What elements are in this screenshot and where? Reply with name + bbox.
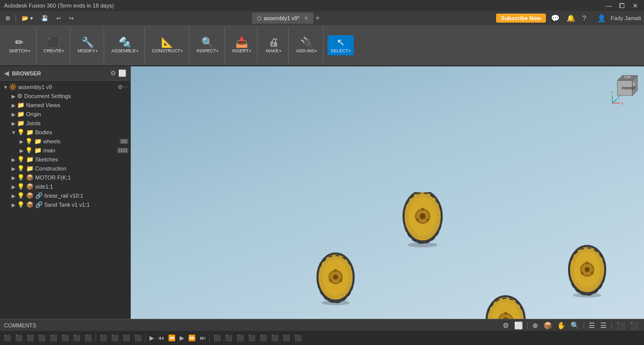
wheel-object-1[interactable] [397, 192, 448, 249]
btb-icon-24[interactable]: ⬛ [270, 333, 280, 342]
chat-icon[interactable]: 💬 [549, 13, 561, 23]
wheel-object-3[interactable] [564, 245, 611, 299]
btb-icon-2[interactable]: ⬛ [14, 333, 24, 342]
browser-settings-icon[interactable]: ⚙ [110, 69, 116, 77]
viewport[interactable]: FRONT R TOP X Y Z [131, 66, 644, 319]
inspect-button[interactable]: 🔍 INSPECT ▾ [193, 35, 221, 55]
tree-item-origin[interactable]: ▶ 📁 Origin [0, 110, 130, 119]
maximize-button[interactable]: ⧠ [617, 2, 627, 10]
tree-item-bodies[interactable]: ▼ 💡 📁 Bodies [0, 128, 130, 137]
tree-root[interactable]: ▼ 🔆 assembly1 v9 ⚙ ⋯ [0, 82, 130, 92]
settings-icon[interactable]: ⚙ [501, 321, 511, 330]
tab-icon: ⬡ [257, 16, 262, 21]
expand-icon[interactable]: ⬜ [513, 321, 524, 330]
minimize-button[interactable]: — [603, 2, 614, 10]
zoom-icon[interactable]: 🔍 [569, 321, 581, 330]
wheel-object-2[interactable] [312, 252, 360, 307]
btb-icon-4[interactable]: ⬛ [37, 333, 47, 342]
display-icon[interactable]: ⬛ [615, 321, 626, 330]
tree-item-sand-tank[interactable]: ▶ 💡 📦 🔗 Sand Tank v1 v1:1 [0, 200, 130, 209]
btb-icon-26[interactable]: ⬛ [293, 333, 303, 342]
btb-icon-11[interactable]: ⬛ [121, 333, 132, 342]
new-tab-button[interactable]: + [315, 14, 320, 23]
ribbon-group-inspect: 🔍 INSPECT ▾ [190, 27, 225, 63]
addins-button[interactable]: 🔌 ADD-INS ▾ [293, 35, 320, 55]
btb-icon-22[interactable]: ⬛ [247, 333, 257, 342]
tree-badge-main: (12) [117, 148, 128, 153]
bottombar: COMMENTS ⚙ ⬜ ⊕ 📦 ✋ 🔍 ☰ ☰ ⬛ ⬛ [0, 319, 644, 331]
btb-icon-9[interactable]: ⬛ [98, 333, 109, 342]
tree-item-wheels[interactable]: ▶ 💡 📁 wheels (8) [0, 137, 130, 146]
orbit-icon[interactable]: ⊕ [531, 321, 540, 330]
btb-icon-15[interactable]: ⏪ [167, 333, 177, 342]
app-menu-button[interactable]: ⊞ [3, 14, 13, 23]
btb-icon-23[interactable]: ⬛ [258, 333, 269, 342]
tree-item-main[interactable]: ▶ 💡 📁 main (12) [0, 146, 130, 155]
btb-icon-6[interactable]: ⬛ [60, 333, 70, 342]
grid-icon[interactable]: ☰ [587, 321, 597, 330]
btb-icon-17[interactable]: ⏩ [187, 333, 197, 342]
construct-icon: 📐 [161, 37, 174, 47]
sketch-button[interactable]: ✏ SKETCH ▾ [6, 35, 33, 55]
tree-item-sketches[interactable]: ▶ 💡 📁 Sketches [0, 155, 130, 164]
undo-button[interactable]: ↩ [54, 14, 63, 23]
tree-root-settings[interactable]: ⚙ [118, 84, 123, 91]
orientation-cube[interactable]: FRONT R TOP X Y Z [610, 70, 640, 101]
btb-icon-20[interactable]: ⬛ [223, 333, 234, 342]
save-button[interactable]: 💾 [39, 14, 51, 23]
btb-icon-10[interactable]: ⬛ [110, 333, 120, 342]
notifications-icon[interactable]: 🔔 [565, 13, 577, 23]
view-icon[interactable]: ☰ [599, 321, 608, 330]
file-button[interactable]: 📂 ▾ [19, 14, 36, 23]
tree-item-document-settings[interactable]: ▶ ⚙ Document Settings [0, 92, 130, 101]
help-icon[interactable]: ? [580, 13, 588, 23]
pan-icon[interactable]: ✋ [555, 321, 567, 330]
redo-button[interactable]: ↪ [66, 14, 76, 23]
create-button[interactable]: ⬛ CREATE ▾ [41, 35, 67, 55]
tree-item-construction[interactable]: ▶ 💡 📁 Construction [0, 164, 130, 173]
insert-button[interactable]: 📥 INSERT ▾ [229, 35, 254, 55]
btb-icon-14[interactable]: ⏮ [156, 333, 166, 342]
btb-icon-21[interactable]: ⬛ [235, 333, 246, 342]
tree-root-more[interactable]: ⋯ [123, 84, 128, 91]
tree-item-side1[interactable]: ▶ 💡 📦 side1:1 [0, 182, 130, 191]
btb-icon-25[interactable]: ⬛ [281, 333, 292, 342]
sidebar-collapse-button[interactable]: ◀ [4, 69, 9, 77]
btb-icon-8[interactable]: ⬛ [83, 333, 94, 342]
tree-arrow-linear-rail: ▶ [10, 193, 17, 199]
select-button[interactable]: ↖ SELECT ▾ [328, 35, 354, 55]
viewport-cube-icon[interactable]: 📦 [542, 321, 553, 330]
make-button[interactable]: 🖨 MAKE ▾ [263, 35, 284, 55]
modify-button[interactable]: 🔧 MODIFY ▾ [74, 35, 101, 55]
subscribe-button[interactable]: Subscribe Now [496, 14, 546, 23]
user-avatar-icon[interactable]: 👤 [595, 13, 608, 23]
tree-item-named-views[interactable]: ▶ 📁 Named Views [0, 101, 130, 110]
btb-icon-3[interactable]: ⬛ [25, 333, 36, 342]
tree-item-linear-rail[interactable]: ▶ 💡 📦 🔗 linear_rail v10:1 [0, 191, 130, 200]
tree-item-joints[interactable]: ▶ 📁 Joints [0, 119, 130, 128]
assemble-button[interactable]: 🔩 ASSEMBLE ▾ [108, 35, 141, 55]
btb-icon-18[interactable]: ⏭ [198, 333, 207, 342]
btb-icon-16[interactable]: ▶ [178, 333, 186, 342]
tree-arrow-main: ▶ [18, 148, 25, 153]
tab-assembly[interactable]: ⬡ assembly1 v9* ✕ [252, 13, 313, 24]
construct-button[interactable]: 📐 CONSTRUCT ▾ [149, 35, 186, 55]
browser-expand-icon[interactable]: ⬜ [118, 69, 126, 77]
tree-icon-origin: 📁 [17, 111, 25, 118]
btb-icon-12[interactable]: ⬛ [133, 333, 143, 342]
tree-arrow-joints: ▶ [10, 121, 17, 126]
btb-icon-7[interactable]: ⬛ [71, 333, 82, 342]
render-icon[interactable]: ⬛ [628, 321, 640, 330]
tree-item-motor[interactable]: ▶ 💡 📦 MOTOR F(K:1 [0, 173, 130, 182]
tree-icon-construction-folder: 📁 [26, 165, 34, 172]
tree-arrow-doc-settings: ▶ [10, 94, 17, 99]
btb-icon-19[interactable]: ⬛ [212, 333, 222, 342]
btb-icon-1[interactable]: ⬛ [2, 333, 13, 342]
btb-icon-5[interactable]: ⬛ [48, 333, 59, 342]
close-button[interactable]: ✕ [630, 2, 640, 10]
tree-icon-sketches: 💡 [17, 156, 25, 163]
tab-close-button[interactable]: ✕ [304, 15, 308, 22]
btb-icon-13[interactable]: ▶ [148, 333, 155, 342]
make-icon: 🖨 [269, 37, 279, 47]
wheel-object-4[interactable] [480, 295, 531, 319]
